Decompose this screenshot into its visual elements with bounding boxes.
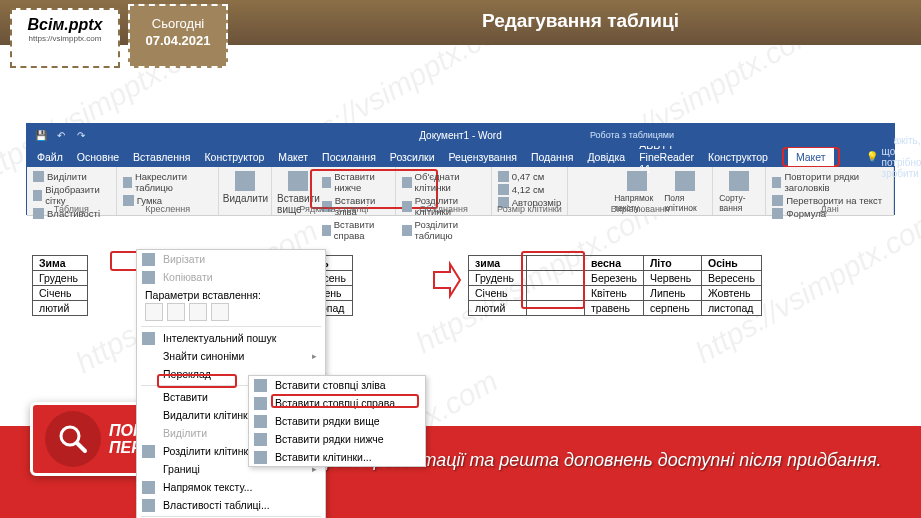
draw-table-button[interactable]: Накреслити таблицю	[123, 171, 213, 193]
gridlines-button[interactable]: Відобразити сітку	[33, 184, 110, 206]
sort-icon	[729, 171, 749, 191]
tab-home[interactable]: Основне	[77, 151, 119, 163]
table-after: зима весна Літо Осінь ГруденьБерезеньЧер…	[468, 255, 762, 316]
tab-help[interactable]: Довідка	[587, 151, 625, 163]
merge-icon	[402, 177, 411, 188]
tab-table-layout[interactable]: Макет	[788, 148, 834, 166]
paste-icon[interactable]	[145, 303, 163, 321]
ribbon-group-table: Виділити Відобразити сітку Властивості Т…	[27, 167, 117, 215]
ribbon-group-sort: Сорту-вання	[713, 167, 766, 215]
arrow-icon	[432, 260, 462, 300]
sub-cells[interactable]: Вставити клітинки...	[249, 448, 425, 466]
tables-area: Зима Грудень Січень лютий сеньОсінь сень…	[32, 255, 889, 415]
chevron-right-icon: ▸	[312, 351, 317, 361]
delete-button[interactable]: Видалити	[225, 171, 265, 204]
ribbon-group-cellsize: 0,47 см 4,12 см Авторозмір Розмір клітин…	[492, 167, 568, 215]
insert-below-icon	[322, 177, 331, 188]
paste-icon[interactable]	[167, 303, 185, 321]
sub-rows-below[interactable]: Вставити рядки нижче	[249, 430, 425, 448]
copy-icon	[142, 271, 155, 284]
paste-icon[interactable]	[189, 303, 207, 321]
sub-cols-left[interactable]: Вставити стовпці зліва	[249, 376, 425, 394]
ribbon-group-rows-cols: Вставити вище Вставити нижче Вставити зл…	[272, 167, 396, 215]
highlight-tab-layout: Макет	[782, 147, 840, 167]
lightbulb-icon: 💡	[866, 151, 878, 162]
tab-file[interactable]: Файл	[37, 151, 63, 163]
insert-col-right-icon	[254, 397, 267, 410]
paste-icon[interactable]	[211, 303, 229, 321]
cursor-icon	[33, 171, 44, 182]
svg-line-1	[77, 443, 85, 451]
col-width[interactable]: 4,12 см	[498, 184, 561, 195]
tab-table-design[interactable]: Конструктор	[708, 151, 768, 163]
search-icon	[142, 332, 155, 345]
ctx-table-props[interactable]: Властивості таблиці...	[137, 496, 325, 514]
cut-icon	[142, 253, 155, 266]
date-label: Сьогодні	[130, 16, 226, 31]
undo-icon[interactable]: ↶	[55, 129, 67, 141]
ctx-synonyms[interactable]: Знайти синоніми▸	[137, 347, 325, 365]
split-table-icon	[402, 225, 411, 236]
table-row: лютий	[33, 301, 88, 316]
ribbon-tabs: Файл Основне Вставлення Конструктор Маке…	[27, 146, 894, 167]
split-table-button[interactable]: Розділити таблицю	[402, 219, 484, 241]
insert-above-icon	[288, 171, 308, 191]
ctx-text-direction[interactable]: Напрямок тексту...	[137, 478, 325, 496]
table-row: Січень	[33, 286, 88, 301]
repeat-icon	[772, 177, 781, 188]
ribbon: Виділити Відобразити сітку Властивості Т…	[27, 167, 894, 216]
tab-review[interactable]: Рецензування	[449, 151, 517, 163]
width-icon	[498, 184, 509, 195]
th-winter: Зима	[33, 256, 88, 271]
tab-design[interactable]: Конструктор	[204, 151, 264, 163]
context-tab-group: Робота з таблицями	[590, 130, 674, 140]
magnifier-icon	[45, 411, 101, 467]
ctx-copy[interactable]: Копіювати	[137, 268, 325, 286]
page-title: Редагування таблиці	[240, 10, 921, 32]
cell-margins-icon	[675, 171, 695, 191]
ctx-smart-lookup[interactable]: Інтелектуальний пошук	[137, 329, 325, 347]
align-grid[interactable]	[574, 171, 610, 173]
ctx-cut[interactable]: Вирізати	[137, 250, 325, 268]
height-icon	[498, 171, 509, 182]
insert-below-button[interactable]: Вставити нижче	[322, 171, 389, 193]
insert-submenu: Вставити стовпці зліва Вставити стовпці …	[248, 375, 426, 467]
tab-references[interactable]: Посилання	[322, 151, 376, 163]
ribbon-group-delete: Видалити	[219, 167, 272, 215]
insert-right-icon	[322, 225, 330, 236]
split-icon	[142, 445, 155, 458]
table-props-icon	[142, 499, 155, 512]
logo-url: https://vsimpptx.com	[12, 34, 118, 43]
insert-right-button[interactable]: Вставити справа	[322, 219, 389, 241]
merge-cells-button[interactable]: Об'єднати клітинки	[402, 171, 484, 193]
doc-title: Документ1 - Word	[419, 130, 502, 141]
direction-icon	[142, 481, 155, 494]
tab-mailings[interactable]: Розсилки	[390, 151, 435, 163]
date-box: Сьогодні 07.04.2021	[128, 4, 228, 68]
tab-insert[interactable]: Вставлення	[133, 151, 190, 163]
slide-header: Всім.pptx https://vsimpptx.com Сьогодні …	[0, 0, 921, 45]
text-direction-icon	[627, 171, 647, 191]
word-window: 💾 ↶ ↷ Документ1 - Word Робота з таблицям…	[26, 123, 895, 215]
logo-main: Всім.pptx	[12, 16, 118, 34]
insert-cells-icon	[254, 451, 267, 464]
sort-button[interactable]: Сорту-вання	[719, 171, 759, 213]
tab-view[interactable]: Подання	[531, 151, 573, 163]
select-button[interactable]: Виділити	[33, 171, 110, 182]
table-row: Грудень	[33, 271, 88, 286]
sub-cols-right[interactable]: Вставити стовпці справа	[249, 394, 425, 412]
logo-box: Всім.pptx https://vsimpptx.com	[10, 8, 120, 68]
row-height[interactable]: 0,47 см	[498, 171, 561, 182]
table-before: Зима Грудень Січень лютий	[32, 255, 88, 316]
repeat-headers-button[interactable]: Повторити рядки заголовків	[772, 171, 887, 193]
redo-icon[interactable]: ↷	[75, 129, 87, 141]
insert-row-above-icon	[254, 415, 267, 428]
delete-table-icon	[235, 171, 255, 191]
tab-layout[interactable]: Макет	[278, 151, 308, 163]
grid-icon	[33, 190, 42, 201]
save-icon[interactable]: 💾	[35, 129, 47, 141]
ribbon-group-align: Напрямок тексту Поля клітинок Вирівнюван…	[568, 167, 713, 215]
insert-col-left-icon	[254, 379, 267, 392]
date-value: 07.04.2021	[130, 33, 226, 48]
sub-rows-above[interactable]: Вставити рядки вище	[249, 412, 425, 430]
